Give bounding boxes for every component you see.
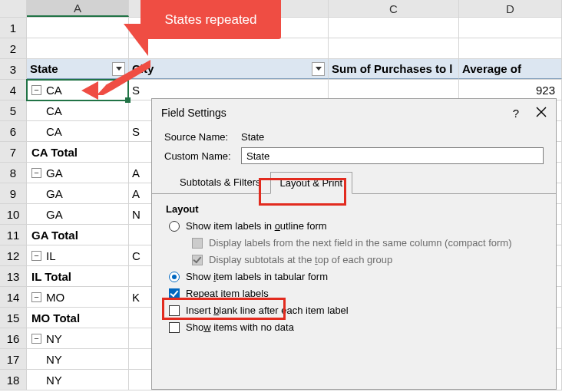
pivot-header-state[interactable]: State xyxy=(27,59,129,79)
layout-section-header: Layout xyxy=(166,203,544,215)
checkbox-icon xyxy=(169,322,180,333)
cell-avg[interactable] xyxy=(459,38,562,58)
dialog-title: Field Settings xyxy=(161,107,226,119)
dialog-tabs: Subtotals & Filters Layout & Print xyxy=(164,172,544,194)
dialog-titlebar[interactable]: Field Settings ? xyxy=(152,99,556,127)
collapse-icon[interactable]: − xyxy=(31,168,41,178)
row-header[interactable]: 6 xyxy=(0,121,27,141)
row-header[interactable]: 5 xyxy=(0,100,27,120)
col-header-d[interactable]: D xyxy=(459,0,562,17)
row-header[interactable]: 7 xyxy=(0,142,27,162)
option-outline-form[interactable]: Show item labels in outline form xyxy=(169,220,544,232)
collapse-icon[interactable]: − xyxy=(31,292,41,302)
pivot-header-sum[interactable]: Sum of Purchases to l xyxy=(329,59,459,79)
cell-sum[interactable] xyxy=(329,38,459,58)
svg-marker-0 xyxy=(116,67,122,71)
row-header[interactable]: 14 xyxy=(0,287,27,307)
cell-state[interactable]: GA xyxy=(27,183,129,203)
radio-icon xyxy=(169,221,180,232)
row-header[interactable]: 15 xyxy=(0,308,27,328)
collapse-icon[interactable]: − xyxy=(31,251,41,261)
option-subtotals-top: Display subtotals at the top of each gro… xyxy=(192,254,544,265)
cell-state[interactable]: −NY xyxy=(27,328,129,348)
row-header[interactable]: 17 xyxy=(0,349,27,369)
collapse-icon[interactable]: − xyxy=(31,85,41,95)
annotation-arrow-head xyxy=(81,81,98,100)
row-header[interactable]: 16 xyxy=(0,328,27,348)
row-header[interactable]: 1 xyxy=(0,18,27,38)
column-header-row: A B C D xyxy=(0,0,562,18)
pivot-header-avg[interactable]: Average of xyxy=(459,59,562,79)
cell-state[interactable]: NY xyxy=(27,349,129,369)
cell-state[interactable]: CA Total xyxy=(27,142,129,162)
cell-state[interactable]: −MO xyxy=(27,287,129,307)
field-settings-dialog: Field Settings ? Source Name: State Cust… xyxy=(151,98,557,390)
close-button[interactable] xyxy=(536,107,547,120)
cell-state[interactable]: CA xyxy=(27,121,129,141)
annotation-callout: States repeated xyxy=(140,0,281,39)
checkbox-icon xyxy=(169,288,180,299)
checkbox-icon xyxy=(192,238,203,249)
cell-avg[interactable]: 923 xyxy=(459,80,562,100)
callout-text: States repeated xyxy=(164,12,256,28)
grid-row: 1 xyxy=(0,18,562,38)
option-compact-form: Display labels from the next field in th… xyxy=(192,237,544,249)
checkbox-icon xyxy=(192,255,203,265)
filter-dropdown-icon[interactable] xyxy=(312,62,325,76)
cell-avg[interactable] xyxy=(459,18,562,38)
filter-dropdown-icon[interactable] xyxy=(112,62,125,76)
svg-marker-1 xyxy=(316,67,322,71)
option-show-items-no-data[interactable]: Show items with no data xyxy=(169,321,544,333)
cell-state[interactable]: GA Total xyxy=(27,225,129,245)
grid-row: 3StateCitySum of Purchases to lAverage o… xyxy=(0,59,562,80)
cell-state[interactable] xyxy=(27,18,129,38)
row-header[interactable]: 2 xyxy=(0,38,27,58)
source-name-value: State xyxy=(241,131,264,143)
tab-subtotals-filters[interactable]: Subtotals & Filters xyxy=(170,172,270,194)
cell-city[interactable]: S xyxy=(129,80,329,100)
select-all-corner[interactable] xyxy=(0,0,27,17)
cell-state[interactable] xyxy=(27,38,129,58)
row-header[interactable]: 11 xyxy=(0,225,27,245)
cell-state[interactable]: −GA xyxy=(27,163,129,183)
cell-state[interactable]: −IL xyxy=(27,245,129,265)
row-header[interactable]: 4 xyxy=(0,80,27,100)
row-header[interactable]: 10 xyxy=(0,204,27,224)
pivot-header-city[interactable]: City xyxy=(129,59,329,79)
col-header-a[interactable]: A xyxy=(27,0,129,17)
row-header[interactable]: 18 xyxy=(0,370,27,390)
collapse-icon[interactable]: − xyxy=(31,334,41,344)
cell-sum[interactable] xyxy=(329,80,459,100)
option-insert-blank-line[interactable]: Insert blank line after each item label xyxy=(169,305,544,316)
row-header[interactable]: 8 xyxy=(0,163,27,183)
cell-state[interactable]: NY xyxy=(27,370,129,390)
help-button[interactable]: ? xyxy=(513,107,519,120)
cell-state[interactable]: IL Total xyxy=(27,266,129,286)
custom-name-input[interactable]: State xyxy=(241,147,544,164)
cell-city[interactable] xyxy=(129,38,329,58)
cell-sum[interactable] xyxy=(329,18,459,38)
option-repeat-item-labels[interactable]: Repeat item labels xyxy=(169,288,544,299)
radio-icon xyxy=(169,272,180,282)
cell-state[interactable]: MO Total xyxy=(27,308,129,328)
row-header[interactable]: 3 xyxy=(0,59,27,79)
grid-row: 2 xyxy=(0,38,562,59)
col-header-c[interactable]: C xyxy=(329,0,459,17)
custom-name-label: Custom Name: xyxy=(164,150,241,162)
source-name-label: Source Name: xyxy=(164,131,241,143)
row-header[interactable]: 12 xyxy=(0,245,27,265)
tab-layout-print[interactable]: Layout & Print xyxy=(270,172,353,194)
cell-state[interactable]: CA xyxy=(27,100,129,120)
row-header[interactable]: 9 xyxy=(0,183,27,203)
checkbox-icon xyxy=(169,305,180,316)
option-tabular-form[interactable]: Show item labels in tabular form xyxy=(169,271,544,282)
cell-state[interactable]: GA xyxy=(27,204,129,224)
row-header[interactable]: 13 xyxy=(0,266,27,286)
